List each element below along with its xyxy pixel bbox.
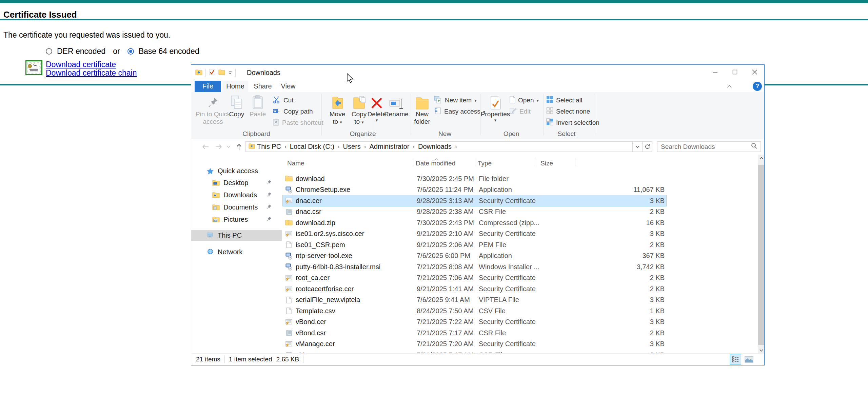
easy-access-button[interactable]: Easy access ▾ xyxy=(434,106,485,117)
move-to-button[interactable]: Move to ▾ xyxy=(327,94,348,125)
file-type: CSR File xyxy=(479,329,506,337)
search-box[interactable] xyxy=(657,141,761,152)
search-input[interactable] xyxy=(657,143,751,151)
column-divider3[interactable] xyxy=(535,158,535,166)
scroll-down-icon[interactable] xyxy=(758,347,764,354)
breadcrumb-separator-icon[interactable]: › xyxy=(361,143,369,150)
breadcrumb-this-pc[interactable]: This PC xyxy=(256,143,282,151)
details-view-button[interactable] xyxy=(730,354,741,364)
group-separator xyxy=(321,94,322,135)
column-divider4[interactable] xyxy=(575,158,575,166)
file-row-root-ca-cer[interactable]: root_ca.cer7/21/2025 7:06 AMSecurity Cer… xyxy=(283,273,666,283)
scroll-up-icon[interactable] xyxy=(758,155,764,161)
encoding-options: DER encoded or Base 64 encoded xyxy=(46,47,199,56)
address-box[interactable]: This PC›Local Disk (C:)›Users›Administra… xyxy=(245,141,633,152)
column-divider2[interactable] xyxy=(475,158,475,166)
scrollbar-thumb[interactable] xyxy=(758,165,764,345)
file-row-vmanage-cer[interactable]: vManage.cer7/21/2025 7:20 AMSecurity Cer… xyxy=(283,339,666,350)
tab-view[interactable]: View xyxy=(277,81,299,92)
file-row-vbond-cer[interactable]: vBond.cer7/21/2025 7:22 AMSecurity Certi… xyxy=(283,317,666,327)
tab-file[interactable]: File xyxy=(195,81,221,92)
cert-file-icon xyxy=(285,197,293,204)
recent-locations-caret-icon[interactable] xyxy=(223,142,234,152)
properties-button[interactable]: Properties ▾ xyxy=(478,94,512,122)
column-header-name[interactable]: Name xyxy=(287,159,304,168)
collapse-ribbon-icon[interactable] xyxy=(724,82,734,91)
file-row-template-csv[interactable]: Template.csv8/24/2025 7:50 AMCSV File1 K… xyxy=(283,305,666,316)
breadcrumb-separator-icon[interactable]: › xyxy=(282,143,289,150)
new-folder-qat-icon[interactable] xyxy=(218,69,225,77)
copy-path-button[interactable]: Copy path xyxy=(273,106,313,117)
breadcrumb-separator-icon[interactable]: › xyxy=(410,143,417,150)
file-row-ise01-or2-sys-cisco-cer[interactable]: ise01.or2.sys.cisco.cer9/21/2025 2:10 AM… xyxy=(283,228,666,239)
sidebar-item-documents[interactable]: Documents xyxy=(191,202,282,213)
breadcrumb-separator-icon[interactable]: › xyxy=(452,143,460,150)
sidebar-item-desktop[interactable]: Desktop xyxy=(191,177,282,188)
sidebar-item-downloads[interactable]: Downloads xyxy=(191,190,282,201)
file-name: download xyxy=(296,175,325,183)
file-row-ntp-server-tool-exe[interactable]: ntp-server-tool.exe7/6/2025 6:00 PMAppli… xyxy=(283,251,666,261)
forward-icon[interactable] xyxy=(214,142,224,152)
file-row-dnac-csr[interactable]: dnac.csr9/28/2025 2:38 AMCSR File2 KB xyxy=(283,206,666,217)
download-certificate-link[interactable]: Download certificate xyxy=(46,60,137,69)
column-header-date[interactable]: Date modified xyxy=(416,159,455,168)
customize-caret-icon[interactable] xyxy=(228,69,232,77)
column-header-size[interactable]: Size xyxy=(540,159,553,168)
sidebar-item-pictures[interactable]: Pictures xyxy=(191,214,282,225)
file-date-modified: 7/21/2025 8:08 AM xyxy=(417,263,474,271)
file-date-modified: 7/21/2025 7:17 AM xyxy=(417,329,474,337)
edit-button[interactable]: Edit xyxy=(509,106,531,117)
column-header-type[interactable]: Type xyxy=(478,159,492,168)
minimize-button[interactable] xyxy=(705,65,725,79)
selection-size: 2.65 KB xyxy=(276,356,299,363)
sidebar-item-network[interactable]: Network xyxy=(191,246,282,258)
properties-check-icon[interactable] xyxy=(209,69,215,77)
sidebar-item-quick-access[interactable]: Quick access xyxy=(191,165,282,177)
vertical-scrollbar[interactable] xyxy=(758,155,764,354)
file-row-chromesetup-exe[interactable]: ChromeSetup.exe7/6/2025 11:24 PMApplicat… xyxy=(283,184,666,195)
up-icon[interactable] xyxy=(234,142,244,152)
paste-shortcut-button[interactable]: Paste shortcut xyxy=(273,118,323,128)
base64-radio[interactable] xyxy=(127,48,134,55)
file-row-download[interactable]: download7/30/2025 2:45 PMFile folder xyxy=(283,173,666,184)
copy-to-icon xyxy=(352,94,366,110)
previous-locations-caret-icon[interactable] xyxy=(633,141,643,152)
paste-button[interactable]: Paste xyxy=(245,94,270,118)
file-row-serialfile-new-viptela[interactable]: serialFile_new.viptela7/6/2025 9:41 AMVI… xyxy=(283,295,666,305)
tab-home[interactable]: Home xyxy=(222,81,248,92)
select-all-button[interactable]: Select all xyxy=(546,95,582,105)
file-row-vbond-csr[interactable]: vBond.csr7/21/2025 7:17 AMCSR File2 KB xyxy=(283,327,666,338)
breadcrumb-administrator[interactable]: Administrator xyxy=(369,143,410,151)
breadcrumb-users[interactable]: Users xyxy=(342,143,361,151)
breadcrumb-separator-icon[interactable]: › xyxy=(335,143,342,150)
der-radio[interactable] xyxy=(46,48,52,55)
close-button[interactable] xyxy=(745,65,764,79)
file-size: 1 KB xyxy=(650,307,665,315)
invert-selection-button[interactable]: Invert selection xyxy=(546,118,599,128)
new-item-button[interactable]: New item ▾ xyxy=(434,95,477,105)
file-row-dnac-cer[interactable]: dnac.cer9/28/2025 3:13 AMSecurity Certif… xyxy=(283,195,666,206)
file-date-modified: 7/6/2025 6:00 PM xyxy=(417,252,470,260)
cut-button[interactable]: Cut xyxy=(273,95,294,105)
title-bar[interactable]: Downloads xyxy=(191,65,764,81)
breadcrumb-downloads[interactable]: Downloads xyxy=(417,143,452,151)
sidebar-item-this-pc[interactable]: This PC xyxy=(191,230,282,241)
breadcrumb-local-disk-c-[interactable]: Local Disk (C:) xyxy=(289,143,335,151)
large-icons-view-button[interactable] xyxy=(743,354,755,364)
new-folder-button[interactable]: New folder xyxy=(410,94,434,125)
column-divider[interactable] xyxy=(414,158,414,166)
help-icon[interactable]: ? xyxy=(753,82,762,91)
file-row-putty-64bit-0-83-installer-msi[interactable]: putty-64bit-0.83-installer.msi7/21/2025 … xyxy=(283,261,666,272)
mouse-cursor xyxy=(347,73,355,85)
file-row-download-zip[interactable]: download.zip7/30/2025 2:43 PMCompressed … xyxy=(283,217,666,228)
file-row-ise01-csr-pem[interactable]: ise01_CSR.pem9/21/2025 2:06 AMPEM File2 … xyxy=(283,239,666,250)
tab-share[interactable]: Share xyxy=(250,81,276,92)
open-button[interactable]: Open ▾ xyxy=(509,95,539,105)
refresh-icon[interactable] xyxy=(643,141,652,152)
file-row-rootcacertforise-cer[interactable]: rootcacertforise.cer9/21/2025 1:41 AMSec… xyxy=(283,283,666,294)
maximize-button[interactable] xyxy=(725,65,745,79)
select-none-button[interactable]: Select none xyxy=(546,106,590,117)
rename-button[interactable]: Rename xyxy=(384,94,409,118)
download-certificate-chain-link[interactable]: Download certificate chain xyxy=(46,69,137,77)
back-icon[interactable] xyxy=(200,142,211,152)
